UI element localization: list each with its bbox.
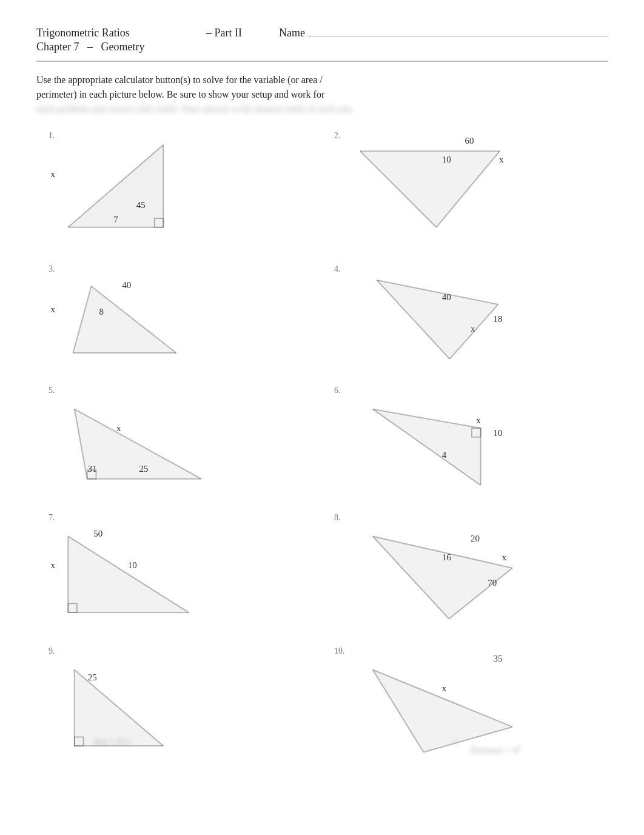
label-7-x: x [51,560,56,571]
triangle-3-svg [36,256,322,377]
triangle-5-svg [36,377,322,505]
label-7-50: 50 [93,529,102,539]
label-1-7: 7 [113,215,118,225]
label-8-20: 20 [471,534,480,544]
instruction-line3-blurred: each problem and receive full credit. Yo… [36,102,354,116]
problem-6: 6. x 10 4 [322,377,608,505]
page-header: Trigonometric Ratios – Part II Name Chap… [36,24,608,53]
label-6-x: x [476,415,481,426]
triangle-7-svg [36,505,322,638]
problem-3: 3. 40 x 8 [36,256,322,377]
label-2-x: x [499,155,504,165]
label-8-x: x [502,552,507,563]
triangle-1-svg [36,122,322,256]
label-5-31: 31 [88,464,97,474]
triangle-9-svg [36,638,322,771]
label-3-40: 40 [122,280,131,290]
header-line1: Trigonometric Ratios – Part II Name [36,24,608,39]
label-1-x: x [51,169,56,179]
label-3-8: 8 [99,307,104,317]
header-divider [36,61,608,62]
label-4-x: x [471,324,475,334]
label-8-16: 16 [442,552,451,563]
name-label: Name [279,27,305,39]
label-6-10: 10 [494,428,503,438]
label-7-10: 10 [128,560,137,571]
label-9-blurred: Ans = 22.1 [93,737,131,747]
header-line2: Chapter 7 – Geometry [36,41,608,53]
label-1-45: 45 [136,200,146,210]
triangle-6-svg [322,377,608,505]
problem-7: 7. 50 x 10 [36,505,322,638]
problems-grid: 1. x 45 7 2. 60 10 x 3. [36,122,608,771]
triangle-10-svg [322,638,608,771]
problem-4: 4. 40 18 x [322,256,608,377]
label-6-4: 4 [442,450,447,460]
problem-5: 5. x 31 25 [36,377,322,505]
label-2-60: 60 [465,136,474,146]
label-10-ans-blurred: Perimeter = 47 [471,746,521,756]
label-5-25: 25 [139,464,149,474]
triangle-4-svg [322,256,608,377]
svg-marker-41 [373,669,512,752]
problem-8: 8. 20 16 x 70 [322,505,608,638]
triangle-8-svg [322,505,608,638]
svg-marker-5 [360,151,500,227]
label-2-10: 10 [442,155,451,165]
label-9-25: 25 [88,672,97,683]
instruction-line1: Use the appropriate calculator button(s)… [36,75,323,85]
instructions: Use the appropriate calculator button(s)… [36,73,608,116]
problem-2: 2. 60 10 x [322,122,608,256]
label-4-40: 40 [442,292,451,303]
part-label: – Part II [206,27,279,39]
title-text: Trigonometric Ratios [36,27,206,39]
label-10-35: 35 [494,654,503,664]
name-underline[interactable] [307,24,608,36]
label-10-x: x [442,683,447,694]
problem-1: 1. x 45 7 [36,122,322,256]
problem-9: 9. 25 Ans = 22.1 [36,638,322,771]
name-field-container: Name [279,24,608,39]
label-10-c-blurred: c [454,737,457,747]
label-4-18: 18 [494,314,503,324]
chapter-label: Chapter 7 – Geometry [36,41,206,53]
problem-10: 10. 35 x c Perimeter = 47 [322,638,608,771]
label-3-x: x [51,304,56,315]
label-5-x: x [116,423,121,434]
label-8-70: 70 [488,578,497,588]
instruction-line2: perimeter) in each picture below. Be sur… [36,89,324,99]
